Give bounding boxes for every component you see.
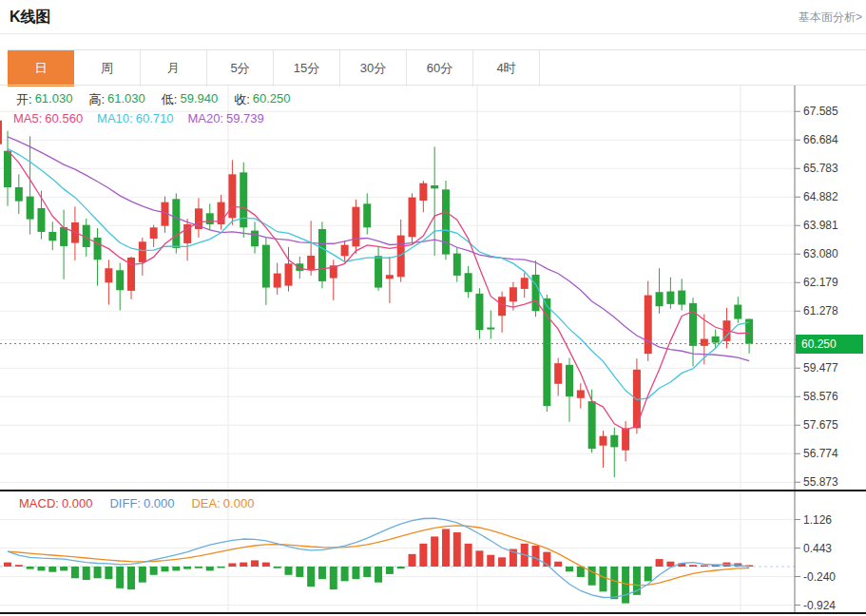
ohlc-legend: 开:61.030 高:61.030 低:59.940 收:60.250 [16,91,291,108]
high-value: 高:61.030 [88,91,144,108]
price-axis-label: 57.675 [803,417,838,433]
price-axis-label: 58.576 [803,389,838,404]
dea-value: DEA:0.000 [191,496,254,510]
page-title: K线图 [10,8,51,28]
open-value: 开:61.030 [16,91,72,108]
tab-5min[interactable]: 5分 [207,50,274,87]
price-axis-label: 63.080 [803,246,838,261]
price-axis-label: 64.882 [803,189,838,204]
macd-axis-label: 1.126 [803,512,832,528]
low-value: 低:59.940 [162,91,218,108]
close-value: 收:60.250 [234,91,290,108]
ma10-value: MA10:60.710 [97,111,173,125]
price-axis-label: 65.783 [803,161,838,176]
price-axis-label: 56.774 [803,446,838,461]
macd-axis-label: -0.924 [803,598,836,613]
ma20-value: MA20:59.739 [187,111,263,125]
price-axis-label: 55.873 [803,474,838,490]
axis-frame [0,86,866,614]
kline-app: K线图 基本面分析> 日 周 月 5分 15分 30分 60分 4时 开:61.… [0,0,866,616]
price-axis-label: 66.684 [803,132,838,147]
macd-legend: MACD:0.000 DIFF:0.000 DEA:0.000 [19,496,254,510]
tab-4hour[interactable]: 4时 [473,50,540,87]
fundamental-analysis-link[interactable]: 基本面分析> [799,10,862,26]
gridlines [0,86,795,612]
candles-layer [0,117,795,477]
price-axis-label: 67.585 [803,104,838,119]
macd-layer [0,518,795,604]
price-axis-label: 61.278 [803,303,838,318]
ma-legend: MA5:60.560 MA10:60.710 MA20:59.739 [13,111,264,125]
macd-value: MACD:0.000 [19,496,92,510]
current-price-tag: 60.250 [796,335,863,354]
tab-month[interactable]: 月 [141,50,207,87]
tab-60min[interactable]: 60分 [407,50,473,87]
tab-day[interactable]: 日 [8,50,74,87]
price-axis-label: 59.477 [803,360,838,375]
tab-week[interactable]: 周 [74,50,141,87]
macd-axis-label: -0.240 [803,569,836,585]
header-divider [0,33,866,34]
macd-axis-label: 0.443 [803,541,832,556]
tab-30min[interactable]: 30分 [340,50,407,87]
diff-value: DIFF:0.000 [109,496,174,510]
price-axis-label: 63.981 [803,218,838,233]
period-tab-bar: 日 周 月 5分 15分 30分 60分 4时 [8,49,866,87]
ma5-value: MA5:60.560 [13,111,83,125]
tab-15min[interactable]: 15分 [274,50,340,87]
kline-chart-canvas[interactable] [0,86,866,616]
price-axis-label: 62.179 [803,275,838,290]
